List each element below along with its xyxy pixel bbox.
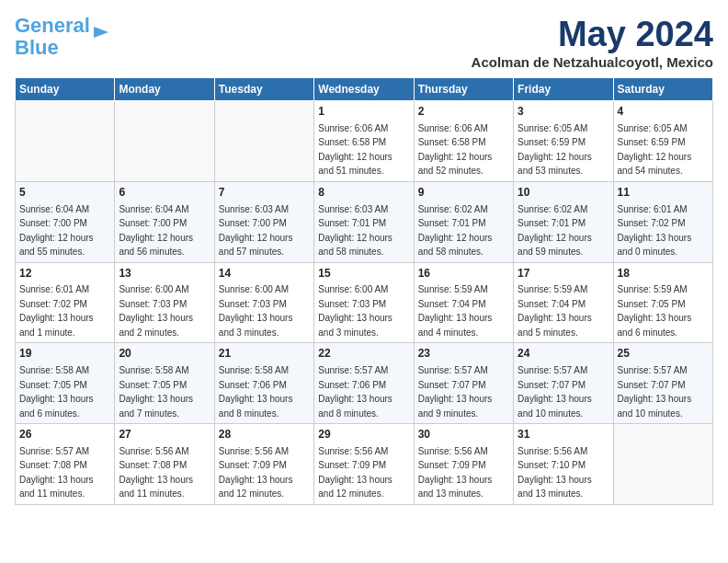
- week-row-3: 12Sunrise: 6:01 AM Sunset: 7:02 PM Dayli…: [16, 262, 713, 343]
- week-row-2: 5Sunrise: 6:04 AM Sunset: 7:00 PM Daylig…: [16, 181, 713, 262]
- day-info: Sunrise: 5:57 AM Sunset: 7:06 PM Dayligh…: [318, 365, 392, 419]
- day-info: Sunrise: 6:06 AM Sunset: 6:58 PM Dayligh…: [418, 123, 493, 177]
- col-header-saturday: Saturday: [613, 78, 712, 101]
- day-info: Sunrise: 5:59 AM Sunset: 7:05 PM Dayligh…: [618, 284, 692, 338]
- week-row-4: 19Sunrise: 5:58 AM Sunset: 7:05 PM Dayli…: [16, 343, 713, 424]
- col-header-friday: Friday: [514, 78, 613, 101]
- day-number: 3: [518, 104, 609, 120]
- day-cell: 31Sunrise: 5:56 AM Sunset: 7:10 PM Dayli…: [514, 424, 613, 505]
- day-cell: 25Sunrise: 5:57 AM Sunset: 7:07 PM Dayli…: [613, 343, 712, 424]
- day-cell: 21Sunrise: 5:58 AM Sunset: 7:06 PM Dayli…: [214, 343, 313, 424]
- day-number: 28: [219, 427, 310, 442]
- col-header-monday: Monday: [115, 78, 214, 101]
- day-cell: 29Sunrise: 5:56 AM Sunset: 7:09 PM Dayli…: [314, 424, 414, 505]
- day-cell: [115, 101, 214, 182]
- day-info: Sunrise: 5:57 AM Sunset: 7:07 PM Dayligh…: [618, 365, 692, 419]
- day-number: 10: [518, 185, 609, 201]
- day-cell: 19Sunrise: 5:58 AM Sunset: 7:05 PM Dayli…: [16, 343, 115, 424]
- day-info: Sunrise: 6:04 AM Sunset: 7:00 PM Dayligh…: [19, 204, 94, 258]
- day-number: 26: [19, 427, 110, 442]
- day-info: Sunrise: 5:58 AM Sunset: 7:06 PM Dayligh…: [219, 365, 293, 419]
- header-row: SundayMondayTuesdayWednesdayThursdayFrid…: [16, 78, 713, 101]
- day-number: 9: [418, 185, 509, 201]
- day-number: 2: [418, 104, 509, 120]
- day-info: Sunrise: 5:59 AM Sunset: 7:04 PM Dayligh…: [518, 284, 592, 338]
- day-info: Sunrise: 5:58 AM Sunset: 7:05 PM Dayligh…: [119, 365, 193, 419]
- col-header-wednesday: Wednesday: [314, 78, 414, 101]
- day-number: 12: [19, 266, 110, 282]
- day-number: 16: [418, 266, 509, 282]
- day-cell: 28Sunrise: 5:56 AM Sunset: 7:09 PM Dayli…: [214, 424, 313, 505]
- day-number: 31: [518, 427, 609, 442]
- day-cell: 11Sunrise: 6:01 AM Sunset: 7:02 PM Dayli…: [613, 181, 712, 262]
- day-number: 5: [19, 185, 110, 201]
- day-cell: 22Sunrise: 5:57 AM Sunset: 7:06 PM Dayli…: [314, 343, 414, 424]
- day-cell: 4Sunrise: 6:05 AM Sunset: 6:59 PM Daylig…: [613, 101, 712, 182]
- logo-text: GeneralBlue: [15, 15, 90, 59]
- day-info: Sunrise: 6:03 AM Sunset: 7:01 PM Dayligh…: [318, 204, 392, 258]
- day-number: 4: [618, 104, 709, 120]
- col-header-tuesday: Tuesday: [214, 78, 313, 101]
- day-number: 8: [318, 185, 409, 201]
- day-number: 29: [318, 427, 409, 442]
- day-info: Sunrise: 6:01 AM Sunset: 7:02 PM Dayligh…: [19, 284, 94, 338]
- day-cell: 13Sunrise: 6:00 AM Sunset: 7:03 PM Dayli…: [115, 262, 214, 343]
- day-cell: 26Sunrise: 5:57 AM Sunset: 7:08 PM Dayli…: [16, 424, 115, 505]
- day-cell: 15Sunrise: 6:00 AM Sunset: 7:03 PM Dayli…: [314, 262, 414, 343]
- day-number: 14: [219, 266, 310, 282]
- day-cell: 17Sunrise: 5:59 AM Sunset: 7:04 PM Dayli…: [514, 262, 613, 343]
- day-cell: 30Sunrise: 5:56 AM Sunset: 7:09 PM Dayli…: [414, 424, 513, 505]
- day-info: Sunrise: 5:56 AM Sunset: 7:09 PM Dayligh…: [318, 446, 392, 500]
- day-number: 7: [219, 185, 310, 201]
- day-number: 20: [119, 346, 210, 362]
- day-number: 21: [219, 346, 310, 362]
- day-cell: 10Sunrise: 6:02 AM Sunset: 7:01 PM Dayli…: [514, 181, 613, 262]
- day-cell: 14Sunrise: 6:00 AM Sunset: 7:03 PM Dayli…: [214, 262, 313, 343]
- day-info: Sunrise: 6:05 AM Sunset: 6:59 PM Dayligh…: [618, 123, 692, 177]
- day-cell: 12Sunrise: 6:01 AM Sunset: 7:02 PM Dayli…: [16, 262, 115, 343]
- day-number: 13: [119, 266, 210, 282]
- day-number: 30: [418, 427, 509, 442]
- day-number: 22: [318, 346, 409, 362]
- day-cell: 24Sunrise: 5:57 AM Sunset: 7:07 PM Dayli…: [514, 343, 613, 424]
- page-header: GeneralBlue May 2024 Acolman de Netzahua…: [15, 15, 713, 70]
- day-cell: 3Sunrise: 6:05 AM Sunset: 6:59 PM Daylig…: [514, 101, 613, 182]
- location-subtitle: Acolman de Netzahualcoyotl, Mexico: [472, 54, 713, 70]
- day-cell: 5Sunrise: 6:04 AM Sunset: 7:00 PM Daylig…: [16, 181, 115, 262]
- title-area: May 2024 Acolman de Netzahualcoyotl, Mex…: [472, 15, 713, 70]
- day-info: Sunrise: 5:57 AM Sunset: 7:07 PM Dayligh…: [418, 365, 493, 419]
- day-info: Sunrise: 5:56 AM Sunset: 7:08 PM Dayligh…: [119, 446, 193, 500]
- day-number: 25: [618, 346, 709, 362]
- col-header-thursday: Thursday: [414, 78, 513, 101]
- day-cell: 2Sunrise: 6:06 AM Sunset: 6:58 PM Daylig…: [414, 101, 513, 182]
- day-info: Sunrise: 5:56 AM Sunset: 7:09 PM Dayligh…: [418, 446, 493, 500]
- svg-marker-0: [94, 27, 108, 38]
- day-info: Sunrise: 6:06 AM Sunset: 6:58 PM Dayligh…: [318, 123, 392, 177]
- day-info: Sunrise: 6:02 AM Sunset: 7:01 PM Dayligh…: [518, 204, 592, 258]
- day-number: 18: [618, 266, 709, 282]
- day-number: 27: [119, 427, 210, 442]
- day-info: Sunrise: 6:04 AM Sunset: 7:00 PM Dayligh…: [119, 204, 193, 258]
- day-number: 23: [418, 346, 509, 362]
- day-info: Sunrise: 5:59 AM Sunset: 7:04 PM Dayligh…: [418, 284, 493, 338]
- day-number: 17: [518, 266, 609, 282]
- day-info: Sunrise: 5:56 AM Sunset: 7:10 PM Dayligh…: [518, 446, 592, 500]
- day-info: Sunrise: 6:00 AM Sunset: 7:03 PM Dayligh…: [119, 284, 193, 338]
- day-cell: [613, 424, 712, 505]
- day-info: Sunrise: 6:01 AM Sunset: 7:02 PM Dayligh…: [618, 204, 692, 258]
- day-number: 6: [119, 185, 210, 201]
- day-info: Sunrise: 5:57 AM Sunset: 7:07 PM Dayligh…: [518, 365, 592, 419]
- day-info: Sunrise: 6:00 AM Sunset: 7:03 PM Dayligh…: [318, 284, 392, 338]
- month-title: May 2024: [472, 15, 713, 54]
- day-info: Sunrise: 6:00 AM Sunset: 7:03 PM Dayligh…: [219, 284, 293, 338]
- day-number: 19: [19, 346, 110, 362]
- day-cell: 6Sunrise: 6:04 AM Sunset: 7:00 PM Daylig…: [115, 181, 214, 262]
- logo-arrow-icon: [92, 23, 110, 41]
- day-number: 11: [618, 185, 709, 201]
- day-info: Sunrise: 5:56 AM Sunset: 7:09 PM Dayligh…: [219, 446, 293, 500]
- day-cell: 20Sunrise: 5:58 AM Sunset: 7:05 PM Dayli…: [115, 343, 214, 424]
- day-info: Sunrise: 6:03 AM Sunset: 7:00 PM Dayligh…: [219, 204, 293, 258]
- week-row-5: 26Sunrise: 5:57 AM Sunset: 7:08 PM Dayli…: [16, 424, 713, 505]
- day-info: Sunrise: 5:58 AM Sunset: 7:05 PM Dayligh…: [19, 365, 94, 419]
- day-cell: 23Sunrise: 5:57 AM Sunset: 7:07 PM Dayli…: [414, 343, 513, 424]
